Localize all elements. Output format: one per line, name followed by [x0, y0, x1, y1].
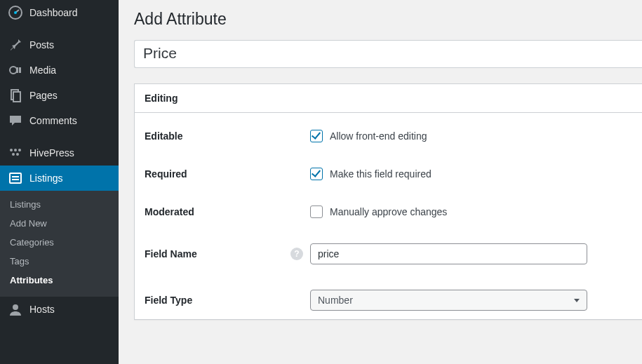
- submenu-item-listings[interactable]: Listings: [0, 195, 119, 214]
- svg-point-2: [10, 67, 17, 74]
- sidebar-item-label: HivePress: [29, 147, 74, 159]
- sidebar-item-pages[interactable]: Pages: [0, 83, 119, 108]
- help-icon[interactable]: ?: [290, 248, 303, 260]
- sidebar-submenu-listings: Listings Add New Categories Tags Attribu…: [0, 191, 119, 297]
- input-field-name[interactable]: [310, 243, 587, 264]
- dashboard-icon: [8, 6, 22, 20]
- svg-rect-4: [19, 67, 21, 73]
- svg-point-11: [16, 153, 19, 156]
- sidebar-item-label: Pages: [29, 90, 58, 101]
- svg-point-8: [14, 149, 17, 151]
- label-editable: Editable: [145, 130, 182, 142]
- sidebar-item-label: Media: [29, 65, 56, 76]
- row-editable: Editable Allow front-end editing: [145, 117, 632, 155]
- row-field-type: Field Type Number: [145, 277, 632, 316]
- panel-header: Editing: [135, 84, 642, 113]
- row-moderated: Moderated Manually approve changes: [145, 193, 632, 231]
- media-icon: [8, 63, 22, 77]
- checkbox-required[interactable]: [310, 168, 323, 180]
- sidebar-item-posts[interactable]: Posts: [0, 32, 119, 58]
- checkbox-label-moderated: Manually approve changes: [330, 206, 447, 217]
- svg-point-15: [13, 304, 18, 310]
- pages-icon: [8, 88, 22, 102]
- svg-rect-3: [16, 67, 18, 73]
- svg-rect-12: [10, 173, 21, 183]
- comment-icon: [8, 114, 22, 128]
- label-required: Required: [145, 168, 187, 180]
- submenu-item-categories[interactable]: Categories: [0, 233, 119, 252]
- sidebar-item-dashboard[interactable]: Dashboard: [0, 0, 119, 25]
- sidebar-item-hivepress[interactable]: HivePress: [0, 140, 119, 166]
- listings-icon: [8, 171, 22, 185]
- editing-panel: Editing Editable Allow front-end editing…: [134, 83, 642, 320]
- sidebar-item-media[interactable]: Media: [0, 58, 119, 83]
- submenu-item-tags[interactable]: Tags: [0, 252, 119, 271]
- chevron-down-icon: [574, 299, 580, 302]
- sidebar-item-comments[interactable]: Comments: [0, 108, 119, 133]
- svg-point-10: [12, 153, 15, 156]
- svg-point-1: [14, 11, 17, 14]
- submenu-item-attributes[interactable]: Attributes: [0, 271, 119, 290]
- svg-rect-6: [13, 92, 20, 102]
- row-required: Required Make this field required: [145, 155, 632, 193]
- svg-point-9: [18, 149, 21, 151]
- label-moderated: Moderated: [145, 206, 194, 217]
- label-field-type: Field Type: [145, 295, 192, 306]
- attribute-title-input[interactable]: [134, 40, 642, 68]
- checkbox-label-required: Make this field required: [330, 168, 432, 180]
- checkbox-editable[interactable]: [310, 130, 323, 142]
- sidebar-item-label: Hosts: [29, 304, 55, 315]
- panel-body: Editable Allow front-end editing Require…: [135, 113, 642, 319]
- sidebar-item-label: Comments: [29, 115, 77, 126]
- row-field-name: Field Name ?: [145, 231, 632, 277]
- sidebar-item-label: Listings: [29, 173, 62, 184]
- hivepress-icon: [8, 146, 22, 160]
- svg-point-7: [10, 149, 13, 151]
- submenu-item-add-new[interactable]: Add New: [0, 214, 119, 233]
- sidebar-item-label: Dashboard: [29, 7, 78, 18]
- sidebar-item-label: Posts: [29, 39, 54, 50]
- main-content: Add Attribute Editing Editable Allow fro…: [119, 0, 642, 364]
- pin-icon: [8, 38, 22, 52]
- select-field-type[interactable]: Number: [310, 290, 587, 311]
- label-field-name: Field Name: [145, 248, 197, 259]
- select-field-type-value: Number: [318, 295, 353, 306]
- admin-sidebar: Dashboard Posts Media Pages Comments Hiv…: [0, 0, 119, 364]
- checkbox-moderated[interactable]: [310, 205, 323, 218]
- sidebar-item-hosts[interactable]: Hosts: [0, 297, 119, 322]
- user-icon: [8, 302, 22, 316]
- page-title: Add Attribute: [134, 10, 642, 29]
- checkbox-label-editable: Allow front-end editing: [330, 130, 427, 142]
- sidebar-item-listings[interactable]: Listings: [0, 166, 119, 191]
